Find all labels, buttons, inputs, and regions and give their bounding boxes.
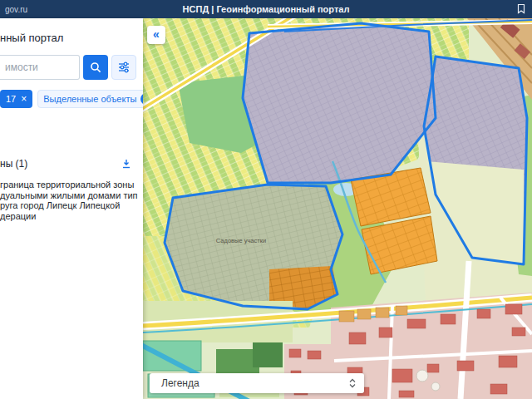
tab-results[interactable]: 17 ×: [0, 90, 32, 108]
count-badge: 1: [140, 93, 143, 105]
description-line: граница территориальной зоны: [0, 180, 143, 190]
legend-toggle-icon[interactable]: [348, 377, 357, 389]
sliders-icon: [118, 62, 130, 73]
section-header: ны (1): [0, 158, 143, 170]
topbar: gov.ru НСПД | Геоинформационный портал: [0, 0, 532, 18]
bookmark-icon[interactable]: [517, 3, 525, 14]
map-canvas: Садовые участки: [143, 18, 532, 399]
tab-selected-objects-label: Выделенные объекты: [43, 94, 136, 104]
map-area[interactable]: Садовые участки « Легенда: [143, 18, 532, 399]
search-input[interactable]: [0, 55, 80, 80]
download-icon[interactable]: [121, 159, 131, 169]
description-line: дерации: [0, 211, 143, 222]
portal-title: нный портал: [0, 32, 143, 44]
app-window: gov.ru НСПД | Геоинформационный портал н…: [0, 0, 532, 399]
description-line: дуальными жилыми домами тип: [0, 190, 143, 201]
collapse-panel-button[interactable]: «: [147, 26, 165, 44]
search-icon: [90, 62, 101, 73]
content: нный портал 17 ×: [0, 18, 532, 399]
legend-bar[interactable]: Легенда: [150, 373, 364, 393]
tab-selected-objects[interactable]: Выделенные объекты 1 ×: [37, 90, 143, 108]
site-domain[interactable]: gov.ru: [5, 5, 27, 14]
zone-description: граница территориальной зоны дуальными ж…: [0, 180, 143, 221]
description-line: руга город Липецк Липецкой: [0, 200, 143, 211]
search-button[interactable]: [83, 55, 108, 80]
map-label-sadovye: Садовые участки: [216, 237, 266, 244]
section-header-label: ны (1): [0, 158, 27, 170]
filter-button[interactable]: [111, 55, 136, 80]
sidebar: нный портал 17 ×: [0, 18, 143, 399]
app-title: НСПД | Геоинформационный портал: [183, 4, 350, 14]
legend-title: Легенда: [161, 377, 200, 389]
tabs: 17 × Выделенные объекты 1 ×: [0, 90, 143, 108]
close-icon[interactable]: ×: [21, 93, 27, 105]
tab-results-label: 17: [6, 94, 16, 104]
search-bar: [0, 55, 143, 80]
